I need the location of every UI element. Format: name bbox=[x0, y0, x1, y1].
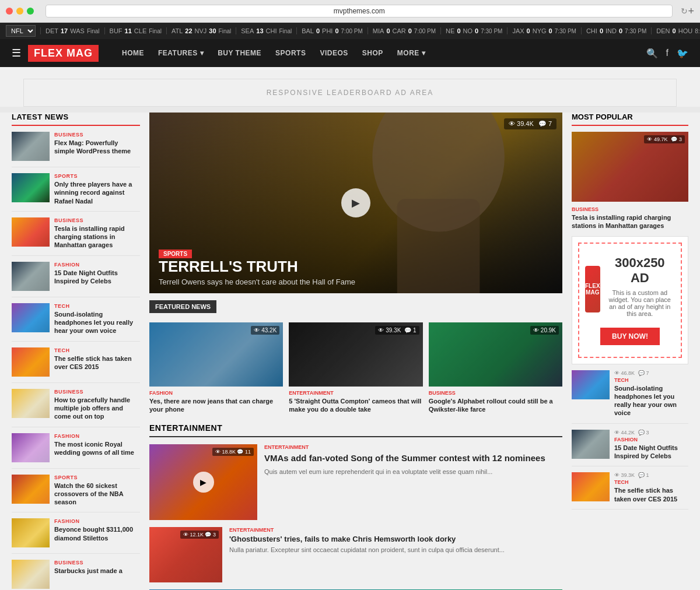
main-layout: LATEST NEWS BUSINESS Flex Mag: Powerfull… bbox=[12, 113, 688, 590]
popular-list-item[interactable]: 👁 46.8K💬 7 TECH Sound-isolating headphon… bbox=[572, 370, 688, 424]
popular-thumbnail bbox=[572, 370, 610, 399]
sidebar-right: MOST POPULAR 👁 49.7K 💬 3 BUSINESS Tesla … bbox=[572, 113, 688, 590]
